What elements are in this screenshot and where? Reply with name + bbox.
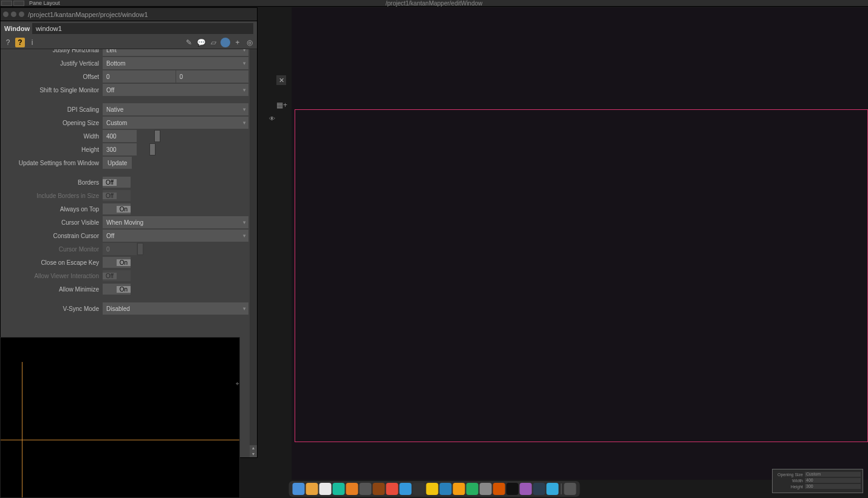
- dock-app-5[interactable]: [359, 483, 371, 495]
- close-escape-toggle[interactable]: On: [103, 257, 131, 268]
- offset-x-input[interactable]: 0: [103, 70, 176, 83]
- dock-app-2[interactable]: [319, 483, 331, 495]
- opening-size-dropdown[interactable]: Custom: [103, 117, 248, 129]
- dock-app-4[interactable]: [346, 483, 358, 495]
- help-icon[interactable]: ?: [3, 38, 13, 47]
- param-update-settings: Update Settings from Window Update: [1, 156, 248, 169]
- macos-dock: [289, 481, 579, 497]
- plus-icon[interactable]: +: [233, 38, 242, 47]
- shift-monitor-dropdown[interactable]: Off: [103, 84, 248, 96]
- crosshair-vertical: [22, 362, 22, 497]
- offset-y-input[interactable]: 0: [176, 70, 249, 83]
- output-canvas[interactable]: [292, 7, 868, 480]
- dock-app-7[interactable]: [386, 483, 398, 495]
- param-shift-monitor: Shift to Single Monitor Off: [1, 83, 248, 97]
- always-on-top-toggle[interactable]: On: [103, 203, 131, 214]
- network-editor-area: ✕ ▦+ 👁: [258, 7, 868, 498]
- param-width: Width 400: [1, 129, 248, 143]
- allow-minimize-toggle[interactable]: On: [103, 284, 131, 295]
- window-traffic-lights[interactable]: [3, 12, 24, 17]
- dock-app-9[interactable]: [412, 483, 425, 495]
- param-justify-vertical: Justify Vertical Bottom: [1, 56, 248, 70]
- operator-name-row: Window: [1, 21, 257, 36]
- parameter-list: Justify Horizontal Left Justify Vertical…: [1, 49, 257, 315]
- dock-app-16[interactable]: [506, 483, 518, 495]
- crosshair-horizontal: [1, 440, 239, 440]
- param-justify-horizontal: Justify Horizontal Left: [1, 49, 248, 56]
- dock-app-13[interactable]: [466, 483, 478, 495]
- dock-app-17[interactable]: [519, 483, 531, 495]
- cursor-monitor-slider: [137, 243, 248, 255]
- dock-app-15[interactable]: [493, 483, 505, 495]
- pane-layout-label[interactable]: Pane Layout: [26, 0, 64, 6]
- tag-icon[interactable]: ▱: [208, 38, 218, 47]
- height-slider[interactable]: [137, 143, 248, 155]
- param-viewer-interaction: Allow Viewer Interaction Off: [1, 269, 248, 282]
- update-button[interactable]: Update: [103, 157, 132, 169]
- add-icon[interactable]: ▦+: [276, 101, 286, 111]
- dock-app-11[interactable]: [439, 483, 451, 495]
- dock-app-0[interactable]: [292, 483, 304, 495]
- param-cursor-monitor: Cursor Monitor 0: [1, 242, 248, 256]
- dock-app-12[interactable]: [453, 483, 465, 495]
- python-icon[interactable]: [220, 38, 230, 47]
- dock-app-20[interactable]: [564, 483, 576, 495]
- width-slider[interactable]: [137, 130, 248, 142]
- preview-viewer[interactable]: ⌖: [0, 337, 240, 498]
- param-borders: Borders Off: [1, 176, 248, 189]
- preview-cursor-icon: ⌖: [236, 380, 239, 387]
- scroll-down-icon[interactable]: ▾: [250, 451, 257, 457]
- main-window-path: /project1/kantanMapper/editWindow: [386, 0, 483, 7]
- viewer-interaction-toggle: Off: [103, 270, 131, 281]
- include-borders-toggle: Off: [103, 190, 131, 201]
- comment-icon[interactable]: 💬: [196, 38, 206, 47]
- param-constrain-cursor: Constrain Cursor Off: [1, 229, 248, 242]
- dock-app-8[interactable]: [399, 483, 411, 495]
- justify-vertical-dropdown[interactable]: Bottom: [103, 57, 248, 69]
- param-always-on-top: Always on Top On: [1, 202, 248, 216]
- info-icon[interactable]: i: [27, 38, 37, 47]
- panel-path: /project1/kantanMapper/project/window1: [28, 11, 148, 18]
- dock-app-14[interactable]: [479, 483, 491, 495]
- width-input[interactable]: 400: [103, 130, 137, 142]
- mapping-shape-outline[interactable]: [295, 109, 868, 442]
- visibility-icon[interactable]: 👁: [269, 115, 280, 124]
- cursor-monitor-input: 0: [103, 243, 137, 255]
- operator-name-input[interactable]: [32, 23, 253, 34]
- param-height: Height 300: [1, 143, 248, 156]
- param-cursor-visible: Cursor Visible When Moving: [1, 216, 248, 229]
- target-icon[interactable]: ◎: [245, 38, 255, 47]
- dpi-scaling-dropdown[interactable]: Native: [103, 103, 248, 115]
- panel-icon-row: ? ? i ✎ 💬 ▱ + ◎: [1, 36, 257, 49]
- vsync-dropdown[interactable]: Disabled: [103, 302, 248, 315]
- param-close-escape: Close on Escape Key On: [1, 256, 248, 269]
- scroll-up-icon[interactable]: ▴: [250, 445, 257, 451]
- wiki-help-icon[interactable]: ?: [15, 38, 25, 47]
- edit-icon[interactable]: ✎: [184, 38, 194, 47]
- constrain-cursor-dropdown[interactable]: Off: [103, 230, 248, 242]
- param-scrollbar[interactable]: ▴ ▾: [250, 49, 257, 457]
- param-offset: Offset 0 0: [1, 70, 248, 83]
- justify-horizontal-dropdown[interactable]: Left: [103, 49, 248, 56]
- panel-titlebar[interactable]: /project1/kantanMapper/project/window1: [1, 8, 257, 21]
- layout-icon-1[interactable]: [1, 1, 12, 6]
- cursor-visible-dropdown[interactable]: When Moving: [103, 216, 248, 228]
- dock-app-1[interactable]: [306, 483, 318, 495]
- close-button[interactable]: ✕: [276, 75, 286, 85]
- dock-app-6[interactable]: [372, 483, 384, 495]
- param-include-borders: Include Borders in Size Off: [1, 189, 248, 202]
- dock-app-18[interactable]: [533, 483, 545, 495]
- dock-app-10[interactable]: [426, 483, 438, 495]
- borders-toggle[interactable]: Off: [103, 177, 131, 188]
- dock-app-19[interactable]: [546, 483, 558, 495]
- section-label[interactable]: Window: [2, 25, 32, 32]
- param-opening-size: Opening Size Custom: [1, 116, 248, 129]
- height-input[interactable]: 300: [103, 143, 137, 155]
- dock-app-3[interactable]: [332, 483, 344, 495]
- layout-icon-2[interactable]: [13, 1, 24, 6]
- param-allow-minimize: Allow Minimize On: [1, 282, 248, 296]
- floating-hint-panel: Opening SizeCustom Width400 Height300: [772, 469, 863, 493]
- param-vsync: V-Sync Mode Disabled: [1, 302, 248, 315]
- param-dpi-scaling: DPI Scaling Native: [1, 103, 248, 116]
